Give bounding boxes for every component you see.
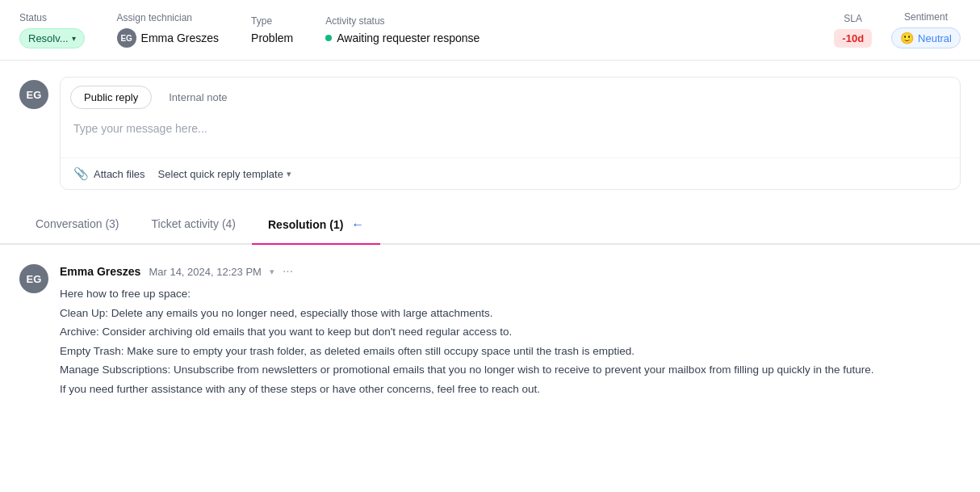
quick-reply-label: Select quick reply template	[158, 168, 283, 180]
assign-label: Assign technician	[117, 12, 219, 23]
quick-reply-chevron-icon: ▾	[287, 169, 291, 179]
assign-value: EG Emma Greszes	[117, 28, 219, 48]
reply-actions-bar: 📎 Attach files Select quick reply templa…	[61, 158, 960, 189]
feed-body: Here how to free up space: Clean Up: Del…	[60, 285, 961, 398]
sla-field: SLA -10d	[834, 13, 872, 48]
activity-dot-icon	[325, 35, 332, 41]
tab-arrow-icon: ←	[351, 217, 364, 232]
status-label: Status	[19, 12, 85, 23]
feed-header: Emma Greszes Mar 14, 2024, 12:23 PM ▾ ··…	[60, 264, 961, 279]
reply-tabs: Public reply Internal note	[61, 78, 960, 109]
tab-public-reply[interactable]: Public reply	[70, 86, 152, 109]
message-input[interactable]: Type your message here...	[61, 109, 960, 158]
sla-label: SLA	[844, 13, 862, 24]
feed-date: Mar 14, 2024, 12:23 PM	[149, 266, 261, 278]
assign-technician-field: Assign technician EG Emma Greszes	[117, 12, 219, 48]
date-chevron-icon: ▾	[270, 267, 274, 277]
type-field: Type Problem	[251, 15, 293, 44]
activity-field: Activity status Awaiting requester respo…	[325, 15, 480, 44]
reply-area: EG Public reply Internal note Type your …	[0, 61, 980, 206]
feed-entry: EG Emma Greszes Mar 14, 2024, 12:23 PM ▾…	[19, 264, 961, 400]
tabs-bar: Conversation (3) Ticket activity (4) Res…	[0, 206, 980, 245]
status-badge[interactable]: Resolv... ▾	[19, 28, 85, 48]
feed-content: Emma Greszes Mar 14, 2024, 12:23 PM ▾ ··…	[60, 264, 961, 400]
sla-sentiment-group: SLA -10d Sentiment 🙂 Neutral	[834, 11, 961, 48]
feed-avatar: EG	[19, 264, 48, 293]
status-value: Resolv... ▾	[19, 28, 85, 48]
sentiment-field: Sentiment 🙂 Neutral	[891, 11, 961, 48]
sentiment-text: Neutral	[918, 32, 952, 44]
chevron-down-icon: ▾	[72, 34, 76, 43]
reply-avatar: EG	[19, 80, 48, 109]
sentiment-label: Sentiment	[904, 11, 948, 23]
tab-conversation[interactable]: Conversation (3)	[19, 206, 136, 243]
activity-value: Awaiting requester response	[325, 32, 480, 44]
sentiment-icon: 🙂	[900, 32, 914, 44]
tab-ticket-activity[interactable]: Ticket activity (4)	[136, 206, 253, 243]
feed-section: EG Emma Greszes Mar 14, 2024, 12:23 PM ▾…	[0, 245, 980, 419]
message-placeholder: Type your message here...	[73, 122, 207, 135]
attach-files-button[interactable]: 📎 Attach files	[73, 166, 145, 181]
sentiment-badge: 🙂 Neutral	[891, 27, 961, 48]
feed-author: Emma Greszes	[60, 265, 140, 278]
feed-more-button[interactable]: ···	[283, 264, 293, 279]
type-value: Problem	[251, 32, 293, 44]
activity-text: Awaiting requester response	[337, 32, 480, 44]
sla-badge: -10d	[834, 29, 872, 48]
status-field: Status Resolv... ▾	[19, 12, 85, 48]
assign-name: Emma Greszes	[141, 32, 219, 44]
attach-label: Attach files	[94, 168, 145, 180]
reply-box: Public reply Internal note Type your mes…	[60, 77, 961, 190]
tab-resolution[interactable]: Resolution (1) ←	[252, 206, 380, 243]
type-text: Problem	[251, 32, 293, 44]
type-label: Type	[251, 15, 293, 27]
tab-internal-note[interactable]: Internal note	[155, 86, 241, 109]
activity-label: Activity status	[325, 15, 480, 27]
assign-avatar-text: EG	[120, 34, 132, 43]
paperclip-icon: 📎	[73, 166, 89, 181]
status-text: Resolv...	[28, 32, 69, 44]
assign-avatar: EG	[117, 28, 136, 48]
top-bar: Status Resolv... ▾ Assign technician EG …	[0, 0, 980, 61]
quick-reply-button[interactable]: Select quick reply template ▾	[158, 168, 291, 180]
